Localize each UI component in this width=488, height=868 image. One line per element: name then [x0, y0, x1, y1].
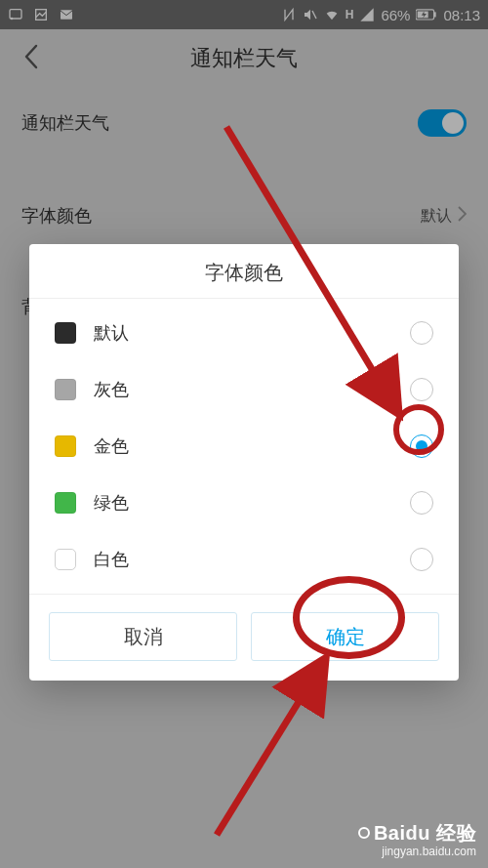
svg-line-9	[217, 664, 322, 835]
watermark: Baidu 经验 jingyan.baidu.com	[358, 821, 476, 858]
svg-line-8	[226, 127, 395, 408]
annotation-arrow	[0, 0, 488, 868]
